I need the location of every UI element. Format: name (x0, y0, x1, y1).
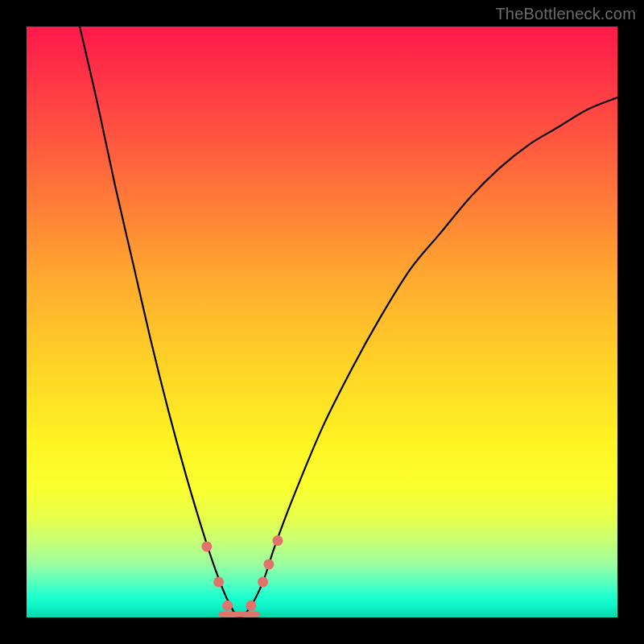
bottleneck-curve (80, 27, 617, 617)
curve-marker (222, 601, 233, 611)
curve-marker (246, 601, 256, 611)
plot-area (27, 27, 617, 617)
curve-marker (263, 559, 274, 569)
chart-stage: TheBottleneck.com (0, 0, 644, 644)
curve-markers (201, 535, 283, 611)
watermark-text: TheBottleneck.com (495, 5, 636, 23)
chart-svg (27, 27, 617, 617)
curve-marker (258, 576, 268, 587)
curve-marker (272, 535, 283, 546)
curve-marker (213, 576, 224, 587)
curve-marker (201, 541, 212, 551)
